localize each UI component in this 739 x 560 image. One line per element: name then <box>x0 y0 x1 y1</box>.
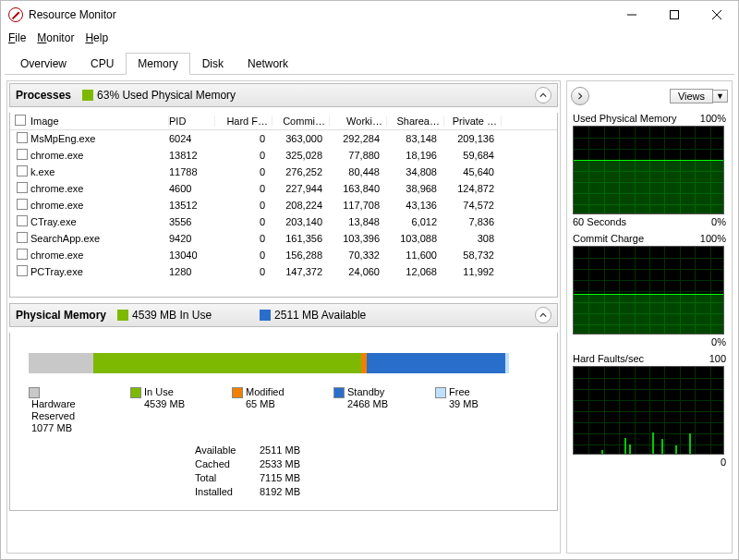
collapse-toggle-processes[interactable] <box>535 87 551 103</box>
cell-hf: 0 <box>215 200 273 211</box>
legend-item: Standby2468 MB <box>333 386 426 434</box>
table-row[interactable]: chrome.exe 4600 0 227,944 163,840 38,968… <box>10 180 557 197</box>
cell-pid: 9420 <box>169 233 215 244</box>
row-checkbox[interactable] <box>17 232 28 243</box>
available-badge: 2511 MB Available <box>274 309 366 322</box>
cell-share: 43,136 <box>387 200 444 211</box>
cell-work: 292,284 <box>330 133 387 144</box>
cell-commit: 161,356 <box>273 233 330 244</box>
minimize-button[interactable] <box>611 1 653 29</box>
cell-image: k.exe <box>30 166 169 177</box>
col-commit[interactable]: Commi… <box>273 116 330 127</box>
cell-work: 117,708 <box>330 200 387 211</box>
cell-commit: 276,252 <box>273 166 330 177</box>
cell-commit: 156,288 <box>273 250 330 261</box>
cell-image: MsMpEng.exe <box>30 133 169 144</box>
available-icon <box>260 310 271 321</box>
row-checkbox[interactable] <box>17 149 28 160</box>
cell-hf: 0 <box>215 166 273 177</box>
views-dropdown[interactable]: ▼ <box>713 90 728 103</box>
tab-memory[interactable]: Memory <box>126 53 189 75</box>
stat-row: Total7115 MB <box>195 471 539 485</box>
stat-row: Available2511 MB <box>195 444 539 457</box>
processes-header[interactable]: Processes 63% Used Physical Memory <box>9 83 558 107</box>
table-row[interactable]: MsMpEng.exe 6024 0 363,000 292,284 83,14… <box>10 130 557 147</box>
cell-work: 13,848 <box>330 216 387 227</box>
row-checkbox[interactable] <box>17 199 28 210</box>
cell-commit: 208,224 <box>273 200 330 211</box>
titlebar[interactable]: Resource Monitor <box>1 1 738 29</box>
chart-commit-charge: Commit Charge100% 0% <box>571 233 728 347</box>
views-button[interactable]: Views <box>670 89 713 103</box>
nav-forward-button[interactable] <box>571 87 589 105</box>
right-pane: Views ▼ Used Physical Memory100% 60 Seco… <box>566 80 733 554</box>
select-all-checkbox[interactable] <box>15 115 26 126</box>
window-title: Resource Monitor <box>29 8 611 21</box>
row-checkbox[interactable] <box>17 249 28 260</box>
col-pid[interactable]: PID <box>169 116 215 127</box>
cell-hf: 0 <box>215 233 273 244</box>
table-row[interactable]: SearchApp.exe 9420 0 161,356 103,396 103… <box>10 230 557 247</box>
collapse-toggle-physical[interactable] <box>535 307 551 323</box>
chevron-up-icon <box>539 91 547 99</box>
cell-share: 12,068 <box>387 266 444 277</box>
row-checkbox[interactable] <box>17 132 28 143</box>
cell-priv: 74,572 <box>444 200 502 211</box>
maximize-button[interactable] <box>653 1 696 29</box>
cell-work: 103,396 <box>330 233 387 244</box>
menu-help[interactable]: Help <box>85 31 108 44</box>
table-row[interactable]: chrome.exe 13040 0 156,288 70,332 11,600… <box>10 247 557 263</box>
table-row[interactable]: PCTray.exe 1280 0 147,372 24,060 12,068 … <box>10 263 557 280</box>
table-row[interactable]: CTray.exe 3556 0 203,140 13,848 6,012 7,… <box>10 213 557 230</box>
cell-work: 77,880 <box>330 150 387 161</box>
cell-image: CTray.exe <box>30 216 169 227</box>
tab-overview[interactable]: Overview <box>8 53 79 75</box>
tab-disk[interactable]: Disk <box>190 53 236 75</box>
membar-segment <box>93 353 361 373</box>
table-row[interactable]: chrome.exe 13812 0 325,028 77,880 18,196… <box>10 147 557 164</box>
cell-hf: 0 <box>215 183 273 194</box>
physical-memory-title: Physical Memory <box>16 309 106 322</box>
close-button[interactable] <box>696 1 738 29</box>
row-checkbox[interactable] <box>17 182 28 193</box>
physical-memory-header[interactable]: Physical Memory 4539 MB In Use 2511 MB A… <box>9 303 558 327</box>
cell-image: chrome.exe <box>30 150 169 161</box>
chevron-up-icon <box>539 311 547 319</box>
col-hardfaults[interactable]: Hard F… <box>215 116 273 127</box>
row-checkbox[interactable] <box>17 265 28 276</box>
cell-priv: 209,136 <box>444 133 502 144</box>
physical-memory-body: Hardware Reserved1077 MBIn Use4539 MBMod… <box>9 333 558 511</box>
cell-share: 83,148 <box>387 133 444 144</box>
cell-hf: 0 <box>215 266 273 277</box>
tab-network[interactable]: Network <box>236 53 300 75</box>
tabs: Overview CPU Memory Disk Network <box>5 47 734 75</box>
cell-work: 163,840 <box>330 183 387 194</box>
table-row[interactable]: chrome.exe 13512 0 208,224 117,708 43,13… <box>10 197 557 213</box>
cell-priv: 45,640 <box>444 166 502 177</box>
legend-item: Free39 MB <box>435 386 527 434</box>
cell-priv: 11,992 <box>444 266 502 277</box>
cell-pid: 6024 <box>169 133 215 144</box>
menu-file[interactable]: File <box>8 31 26 44</box>
in-use-icon <box>117 310 128 321</box>
table-row[interactable]: k.exe 11788 0 276,252 80,448 34,808 45,6… <box>10 164 557 180</box>
membar-segment <box>367 353 505 373</box>
table-header[interactable]: Image PID Hard F… Commi… Worki… Sharea… … <box>10 113 557 130</box>
cell-share: 11,600 <box>387 250 444 261</box>
cell-priv: 7,836 <box>444 216 502 227</box>
col-shareable[interactable]: Sharea… <box>387 116 444 127</box>
row-checkbox[interactable] <box>17 165 28 177</box>
cell-hf: 0 <box>215 216 273 227</box>
row-checkbox[interactable] <box>17 215 28 226</box>
tab-cpu[interactable]: CPU <box>79 53 126 75</box>
col-private[interactable]: Private … <box>444 116 502 127</box>
col-working[interactable]: Worki… <box>330 116 387 127</box>
menu-monitor[interactable]: Monitor <box>37 31 74 44</box>
cell-commit: 363,000 <box>273 133 330 144</box>
stat-row: Cached2533 MB <box>195 457 539 471</box>
process-table[interactable]: MsMpEng.exe 6024 0 363,000 292,284 83,14… <box>10 130 557 297</box>
cell-share: 103,088 <box>387 233 444 244</box>
cell-commit: 147,372 <box>273 266 330 277</box>
memory-stats: Available2511 MBCached2533 MBTotal7115 M… <box>195 444 539 499</box>
col-image[interactable]: Image <box>30 116 169 127</box>
